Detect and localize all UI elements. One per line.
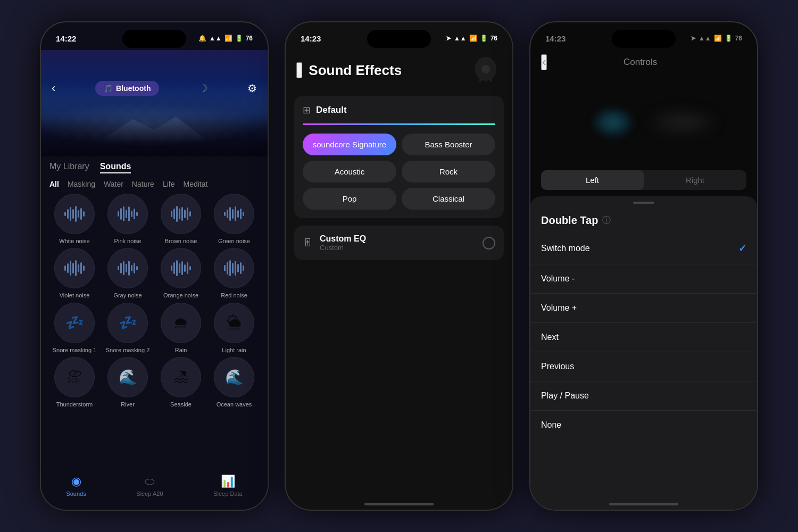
sound-green-noise[interactable]: Green noise bbox=[209, 194, 259, 245]
seaside-icon: 🏖 bbox=[173, 368, 188, 386]
option-next[interactable]: Next bbox=[530, 323, 757, 352]
nav-sleep-data[interactable]: 📊 Sleep Data bbox=[213, 475, 242, 497]
filter-life[interactable]: Life bbox=[163, 180, 175, 188]
bluetooth-button[interactable]: 🎵 Bluetooth bbox=[95, 81, 159, 96]
sound-seaside[interactable]: 🏖 Seaside bbox=[156, 357, 206, 408]
preset-classical[interactable]: Classical bbox=[402, 188, 495, 210]
none-label: None bbox=[541, 420, 561, 430]
sound-light-rain[interactable]: 🌦 Light rain bbox=[209, 303, 259, 354]
filter-nature[interactable]: Nature bbox=[132, 180, 154, 188]
dynamic-island-2 bbox=[367, 30, 431, 48]
filter-meditat[interactable]: Meditat bbox=[183, 180, 207, 188]
river-icon: 🌊 bbox=[119, 368, 137, 386]
sound-ocean-waves[interactable]: 🌊 Ocean waves bbox=[209, 357, 259, 408]
play-pause-label: Play / Pause bbox=[541, 391, 589, 401]
sleep-a20-label: Sleep A20 bbox=[136, 491, 163, 497]
ocean-waves-label: Ocean waves bbox=[217, 401, 252, 408]
time-1: 14:22 bbox=[56, 34, 76, 43]
tab-left[interactable]: Left bbox=[541, 170, 644, 190]
sleep-data-icon: 📊 bbox=[221, 475, 235, 488]
waveform-red bbox=[224, 260, 244, 276]
orange-noise-label: Orange noise bbox=[163, 292, 198, 299]
sound-violet-noise[interactable]: Violet noise bbox=[49, 248, 99, 299]
snore1-icon-wrap: 💤 bbox=[54, 303, 95, 343]
time-2: 14:23 bbox=[301, 34, 321, 43]
nav-sounds[interactable]: ◉ Sounds bbox=[66, 475, 86, 497]
pink-noise-icon-wrap bbox=[107, 194, 148, 234]
back-button-1[interactable]: ‹ bbox=[52, 81, 55, 95]
tab-right[interactable]: Right bbox=[644, 170, 746, 190]
phone2-home-bar bbox=[286, 494, 512, 510]
nav-sleep-a20[interactable]: ⬭ Sleep A20 bbox=[136, 475, 163, 497]
preset-soundcore-signature[interactable]: soundcore Signature bbox=[303, 134, 396, 155]
signal-icon-2: ▲▲ bbox=[454, 35, 467, 42]
snore1-icon: 💤 bbox=[65, 314, 84, 331]
sound-snore-2[interactable]: 💤 Snore masking 2 bbox=[103, 303, 153, 354]
preset-rock[interactable]: Rock bbox=[402, 161, 495, 182]
lr-tabs: Left Right bbox=[541, 170, 746, 190]
option-previous[interactable]: Previous bbox=[530, 352, 757, 381]
eq-card: ⊞ Default soundcore Signature Bass Boost… bbox=[294, 96, 504, 218]
brown-noise-icon-wrap bbox=[161, 194, 201, 234]
sound-gray-noise[interactable]: Gray noise bbox=[103, 248, 153, 299]
sound-brown-noise[interactable]: Brown noise bbox=[156, 194, 206, 245]
earbud-left-visual bbox=[594, 109, 631, 136]
snore2-icon-wrap: 💤 bbox=[107, 303, 148, 343]
earbuds-area bbox=[530, 74, 757, 170]
sound-pink-noise[interactable]: Pink noise bbox=[103, 194, 153, 245]
filter-masking[interactable]: Masking bbox=[68, 180, 95, 188]
wifi-icon: 📶 bbox=[225, 35, 232, 42]
rain-icon-wrap: 🌧 bbox=[161, 303, 201, 343]
switch-mode-check: ✓ bbox=[738, 243, 746, 254]
preset-bass-booster[interactable]: Bass Booster bbox=[402, 134, 495, 155]
info-icon: ⓘ bbox=[602, 215, 611, 226]
preset-pop[interactable]: Pop bbox=[303, 188, 396, 210]
sound-effects-title: Sound Effects bbox=[309, 62, 463, 79]
preset-acoustic[interactable]: Acoustic bbox=[303, 161, 396, 182]
back-button-2[interactable]: ‹ bbox=[296, 62, 302, 78]
option-switch-mode[interactable]: Switch mode ✓ bbox=[530, 233, 757, 264]
waveform-gray bbox=[118, 261, 138, 276]
filter-all[interactable]: All bbox=[49, 180, 59, 188]
option-play-pause[interactable]: Play / Pause bbox=[530, 381, 757, 411]
my-library-tab[interactable]: My Library bbox=[49, 162, 89, 173]
earbud-right-visual bbox=[651, 112, 714, 133]
custom-eq-card[interactable]: 🎚 Custom EQ Custom bbox=[294, 226, 504, 260]
eq-card-header: ⊞ Default bbox=[303, 104, 495, 116]
sound-thunderstorm[interactable]: ⛈ Thunderstorm bbox=[49, 357, 99, 408]
custom-eq-radio[interactable] bbox=[483, 237, 495, 250]
light-rain-icon: 🌦 bbox=[227, 314, 242, 331]
sound-orange-noise[interactable]: Orange noise bbox=[156, 248, 206, 299]
option-none[interactable]: None bbox=[530, 411, 757, 439]
waveform-pink bbox=[118, 206, 138, 221]
eq-default-title: Default bbox=[316, 105, 347, 115]
moon-icon: ☽ bbox=[199, 82, 207, 94]
sounds-tab[interactable]: Sounds bbox=[100, 162, 131, 173]
phone3-header: ‹ Controls bbox=[530, 50, 757, 74]
sound-white-noise[interactable]: White noise bbox=[49, 194, 99, 245]
ocean-waves-icon: 🌊 bbox=[225, 368, 244, 386]
sounds-nav-icon: ◉ bbox=[71, 475, 81, 488]
battery-icon-3: 🔋 bbox=[725, 35, 733, 42]
sound-red-noise[interactable]: Red noise bbox=[209, 248, 259, 299]
phone3-home-bar bbox=[530, 494, 757, 510]
sound-snore-1[interactable]: 💤 Snore masking 1 bbox=[49, 303, 99, 354]
rain-label: Rain bbox=[175, 346, 187, 354]
seaside-icon-wrap: 🏖 bbox=[161, 357, 201, 397]
dynamic-island-1 bbox=[122, 30, 186, 48]
pink-noise-label: Pink noise bbox=[114, 237, 142, 245]
status-icons-2: ➤ ▲▲ 📶 🔋 76 bbox=[446, 35, 497, 42]
gear-icon-1[interactable]: ⚙ bbox=[247, 82, 257, 95]
option-volume-plus[interactable]: Volume + bbox=[530, 294, 757, 323]
phone2-header: ‹ Sound Effects bbox=[286, 50, 512, 90]
back-button-3[interactable]: ‹ bbox=[541, 54, 547, 70]
sound-river[interactable]: 🌊 River bbox=[103, 357, 153, 408]
location-icon: ➤ bbox=[446, 35, 451, 42]
hero-image: ‹ 🎵 Bluetooth ☽ ⚙ bbox=[41, 50, 268, 156]
volume-plus-label: Volume + bbox=[541, 303, 577, 313]
rain-icon: 🌧 bbox=[173, 314, 188, 331]
sound-rain[interactable]: 🌧 Rain bbox=[156, 303, 206, 354]
green-noise-label: Green noise bbox=[218, 237, 250, 245]
filter-water[interactable]: Water bbox=[104, 180, 123, 188]
option-volume-minus[interactable]: Volume - bbox=[530, 264, 757, 294]
